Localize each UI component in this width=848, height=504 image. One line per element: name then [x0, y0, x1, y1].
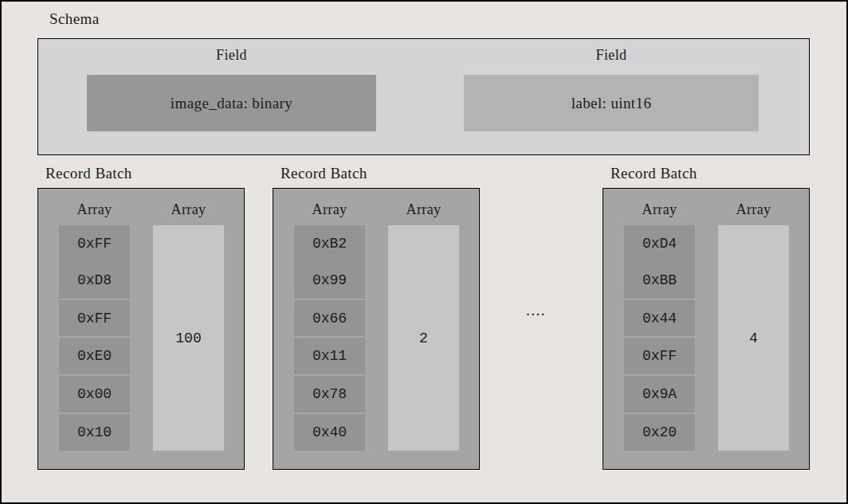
array-cell: 0x44	[624, 299, 695, 337]
array-cell: 0xD4	[624, 225, 695, 262]
array-value: 100	[175, 330, 201, 346]
array-cell: 0x11	[294, 336, 365, 374]
array-cell: 0xFF	[59, 299, 130, 337]
label-array-column: 100	[153, 225, 224, 451]
label-field-box: label: uint16	[464, 75, 759, 131]
array-cell: 0xE0	[59, 336, 130, 374]
record-batch-box: Array Array 0xB2 0x99 0x66 0x11 0x78 0x4…	[273, 188, 480, 470]
field-label: Field	[464, 47, 759, 64]
array-label: Array	[294, 201, 365, 218]
label-array-column: 2	[388, 225, 459, 451]
array-cell: 0x40	[294, 412, 365, 451]
record-batch-box: Array Array 0xD4 0xBB 0x44 0xFF 0x9A 0x2…	[603, 188, 810, 470]
binary-array-column: 0xD4 0xBB 0x44 0xFF 0x9A 0x20	[624, 225, 695, 451]
array-cell: 0x10	[59, 412, 130, 451]
array-label: Array	[718, 201, 789, 218]
ellipsis: ....	[526, 302, 546, 319]
array-cell: 0x20	[624, 412, 695, 451]
record-batch-box: Array Array 0xFF 0xD8 0xFF 0xE0 0x00 0x1…	[37, 188, 245, 470]
array-cell: 0xFF	[59, 225, 130, 262]
binary-array-column: 0xB2 0x99 0x66 0x11 0x78 0x40	[294, 225, 365, 451]
array-label: Array	[624, 201, 695, 218]
array-cell: 0x00	[59, 374, 130, 412]
record-batch-title: Record Batch	[281, 165, 367, 182]
array-label: Array	[59, 201, 130, 218]
record-batch-title: Record Batch	[45, 165, 132, 182]
array-cell: 0x9A	[624, 374, 695, 412]
array-cell: 0xFF	[624, 336, 695, 374]
field-label: Field	[87, 47, 376, 64]
array-label: Array	[388, 201, 459, 218]
array-label: Array	[153, 201, 224, 218]
label-array-column: 4	[718, 225, 789, 451]
array-cell: 0x99	[294, 262, 365, 299]
binary-array-column: 0xFF 0xD8 0xFF 0xE0 0x00 0x10	[59, 225, 130, 451]
array-value: 2	[419, 330, 428, 346]
array-cell: 0xB2	[294, 225, 365, 262]
array-cell: 0xD8	[59, 262, 130, 299]
record-batch-title: Record Batch	[610, 165, 697, 182]
arrow-format-diagram: Schema Field image_data: binary Field la…	[0, 0, 848, 504]
schema-title: Schema	[49, 10, 100, 28]
binary-field-box: image_data: binary	[87, 75, 376, 131]
array-cell: 0xBB	[624, 262, 695, 299]
array-value: 4	[749, 330, 758, 346]
array-cell: 0x66	[294, 299, 365, 337]
array-cell: 0x78	[294, 374, 365, 412]
schema-box: Field image_data: binary Field label: ui…	[37, 38, 810, 155]
